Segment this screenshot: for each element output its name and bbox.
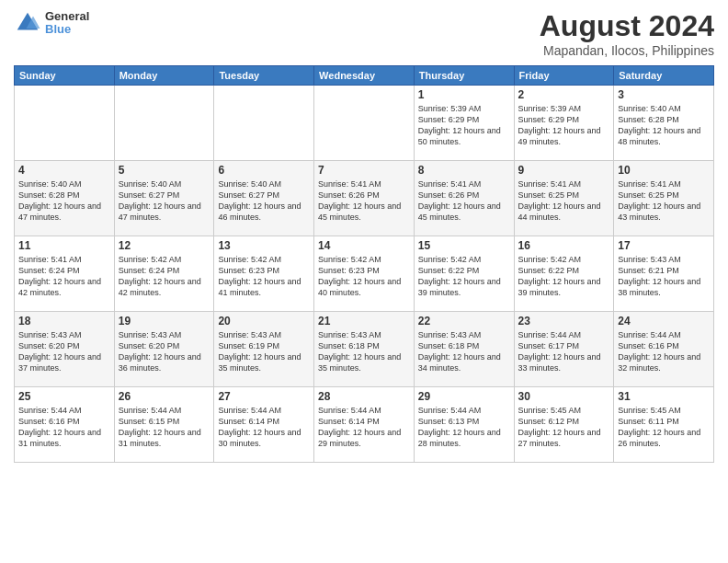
day-number: 11 — [18, 239, 110, 252]
week-row-3: 11Sunrise: 5:41 AM Sunset: 6:24 PM Dayli… — [15, 236, 714, 312]
day-info: Sunrise: 5:43 AM Sunset: 6:20 PM Dayligh… — [18, 329, 110, 374]
calendar-cell: 11Sunrise: 5:41 AM Sunset: 6:24 PM Dayli… — [15, 236, 115, 312]
day-number: 21 — [318, 315, 410, 327]
day-number: 16 — [518, 239, 610, 252]
calendar-cell: 6Sunrise: 5:40 AM Sunset: 6:27 PM Daylig… — [214, 161, 314, 236]
day-number: 15 — [418, 239, 510, 252]
calendar-cell: 20Sunrise: 5:43 AM Sunset: 6:19 PM Dayli… — [214, 312, 314, 387]
day-number: 12 — [119, 239, 210, 252]
day-number: 14 — [318, 239, 410, 252]
day-info: Sunrise: 5:45 AM Sunset: 6:11 PM Dayligh… — [618, 405, 710, 450]
calendar-cell — [15, 86, 115, 161]
day-number: 18 — [18, 315, 110, 327]
day-number: 1 — [418, 88, 510, 101]
day-info: Sunrise: 5:44 AM Sunset: 6:16 PM Dayligh… — [18, 405, 110, 450]
calendar-cell: 10Sunrise: 5:41 AM Sunset: 6:25 PM Dayli… — [614, 161, 714, 236]
calendar-cell: 12Sunrise: 5:42 AM Sunset: 6:24 PM Dayli… — [114, 236, 214, 312]
logo-general: General — [45, 10, 89, 23]
day-info: Sunrise: 5:39 AM Sunset: 6:29 PM Dayligh… — [518, 103, 610, 148]
day-number: 5 — [119, 164, 210, 177]
day-info: Sunrise: 5:40 AM Sunset: 6:27 PM Dayligh… — [119, 178, 210, 224]
month-year: August 2024 — [540, 9, 714, 43]
day-info: Sunrise: 5:44 AM Sunset: 6:13 PM Dayligh… — [418, 405, 510, 450]
header-saturday: Saturday — [614, 66, 714, 86]
day-info: Sunrise: 5:40 AM Sunset: 6:28 PM Dayligh… — [618, 103, 710, 148]
day-info: Sunrise: 5:44 AM Sunset: 6:14 PM Dayligh… — [318, 405, 410, 450]
calendar-cell: 8Sunrise: 5:41 AM Sunset: 6:26 PM Daylig… — [414, 161, 514, 236]
day-number: 13 — [218, 239, 310, 252]
day-info: Sunrise: 5:40 AM Sunset: 6:28 PM Dayligh… — [18, 178, 110, 224]
calendar-cell: 9Sunrise: 5:41 AM Sunset: 6:25 PM Daylig… — [514, 161, 614, 236]
header-friday: Friday — [514, 66, 614, 86]
day-number: 24 — [618, 315, 710, 327]
day-number: 4 — [18, 164, 110, 177]
day-info: Sunrise: 5:41 AM Sunset: 6:25 PM Dayligh… — [518, 178, 610, 224]
day-number: 6 — [218, 164, 310, 177]
calendar-cell: 31Sunrise: 5:45 AM Sunset: 6:11 PM Dayli… — [614, 387, 714, 463]
day-info: Sunrise: 5:43 AM Sunset: 6:18 PM Dayligh… — [418, 329, 510, 374]
day-info: Sunrise: 5:43 AM Sunset: 6:21 PM Dayligh… — [618, 254, 710, 299]
header-thursday: Thursday — [414, 66, 514, 86]
calendar-cell: 5Sunrise: 5:40 AM Sunset: 6:27 PM Daylig… — [114, 161, 214, 236]
calendar-cell: 22Sunrise: 5:43 AM Sunset: 6:18 PM Dayli… — [414, 312, 514, 387]
title-block: August 2024 Mapandan, Ilocos, Philippine… — [540, 9, 714, 58]
day-info: Sunrise: 5:39 AM Sunset: 6:29 PM Dayligh… — [418, 103, 510, 148]
day-info: Sunrise: 5:44 AM Sunset: 6:15 PM Dayligh… — [119, 405, 210, 450]
day-info: Sunrise: 5:43 AM Sunset: 6:18 PM Dayligh… — [318, 329, 410, 374]
calendar-cell: 23Sunrise: 5:44 AM Sunset: 6:17 PM Dayli… — [514, 312, 614, 387]
calendar-cell: 3Sunrise: 5:40 AM Sunset: 6:28 PM Daylig… — [614, 86, 714, 161]
day-number: 29 — [418, 390, 510, 403]
day-number: 30 — [518, 390, 610, 403]
calendar-cell: 16Sunrise: 5:42 AM Sunset: 6:22 PM Dayli… — [514, 236, 614, 312]
logo-icon — [14, 9, 41, 37]
calendar-cell: 7Sunrise: 5:41 AM Sunset: 6:26 PM Daylig… — [314, 161, 415, 236]
logo-text: General Blue — [45, 10, 89, 37]
calendar-cell — [214, 86, 314, 161]
header-sunday: Sunday — [15, 66, 115, 86]
header-wednesday: Wednesday — [314, 66, 415, 86]
day-info: Sunrise: 5:42 AM Sunset: 6:23 PM Dayligh… — [218, 254, 310, 299]
header: General Blue August 2024 Mapandan, Iloco… — [14, 9, 714, 58]
day-number: 3 — [618, 88, 710, 101]
calendar-cell — [114, 86, 214, 161]
day-number: 28 — [318, 390, 410, 403]
day-number: 27 — [218, 390, 310, 403]
day-number: 26 — [119, 390, 210, 403]
week-row-5: 25Sunrise: 5:44 AM Sunset: 6:16 PM Dayli… — [15, 387, 714, 463]
day-number: 9 — [518, 164, 610, 177]
day-info: Sunrise: 5:44 AM Sunset: 6:16 PM Dayligh… — [618, 329, 710, 374]
day-number: 8 — [418, 164, 510, 177]
calendar-cell: 17Sunrise: 5:43 AM Sunset: 6:21 PM Dayli… — [614, 236, 714, 312]
location: Mapandan, Ilocos, Philippines — [540, 43, 714, 58]
day-number: 7 — [318, 164, 410, 177]
day-number: 20 — [218, 315, 310, 327]
day-info: Sunrise: 5:43 AM Sunset: 6:20 PM Dayligh… — [119, 329, 210, 374]
header-monday: Monday — [114, 66, 214, 86]
calendar-cell: 30Sunrise: 5:45 AM Sunset: 6:12 PM Dayli… — [514, 387, 614, 463]
calendar-cell: 29Sunrise: 5:44 AM Sunset: 6:13 PM Dayli… — [414, 387, 514, 463]
day-number: 17 — [618, 239, 710, 252]
day-info: Sunrise: 5:41 AM Sunset: 6:24 PM Dayligh… — [18, 254, 110, 299]
week-row-2: 4Sunrise: 5:40 AM Sunset: 6:28 PM Daylig… — [15, 161, 714, 236]
day-info: Sunrise: 5:44 AM Sunset: 6:17 PM Dayligh… — [518, 329, 610, 374]
day-info: Sunrise: 5:41 AM Sunset: 6:26 PM Dayligh… — [318, 178, 410, 224]
calendar-cell: 1Sunrise: 5:39 AM Sunset: 6:29 PM Daylig… — [414, 86, 514, 161]
day-number: 2 — [518, 88, 610, 101]
day-info: Sunrise: 5:40 AM Sunset: 6:27 PM Dayligh… — [218, 178, 310, 224]
week-row-1: 1Sunrise: 5:39 AM Sunset: 6:29 PM Daylig… — [15, 86, 714, 161]
day-info: Sunrise: 5:42 AM Sunset: 6:23 PM Dayligh… — [318, 254, 410, 299]
calendar-cell: 18Sunrise: 5:43 AM Sunset: 6:20 PM Dayli… — [15, 312, 115, 387]
day-number: 25 — [18, 390, 110, 403]
calendar-cell: 19Sunrise: 5:43 AM Sunset: 6:20 PM Dayli… — [114, 312, 214, 387]
day-info: Sunrise: 5:42 AM Sunset: 6:22 PM Dayligh… — [418, 254, 510, 299]
day-number: 19 — [119, 315, 210, 327]
day-info: Sunrise: 5:44 AM Sunset: 6:14 PM Dayligh… — [218, 405, 310, 450]
week-row-4: 18Sunrise: 5:43 AM Sunset: 6:20 PM Dayli… — [15, 312, 714, 387]
logo-blue: Blue — [45, 23, 89, 36]
day-info: Sunrise: 5:45 AM Sunset: 6:12 PM Dayligh… — [518, 405, 610, 450]
day-info: Sunrise: 5:41 AM Sunset: 6:25 PM Dayligh… — [618, 178, 710, 224]
calendar-cell: 2Sunrise: 5:39 AM Sunset: 6:29 PM Daylig… — [514, 86, 614, 161]
calendar-header-row: SundayMondayTuesdayWednesdayThursdayFrid… — [15, 66, 714, 86]
day-number: 22 — [418, 315, 510, 327]
day-info: Sunrise: 5:43 AM Sunset: 6:19 PM Dayligh… — [218, 329, 310, 374]
